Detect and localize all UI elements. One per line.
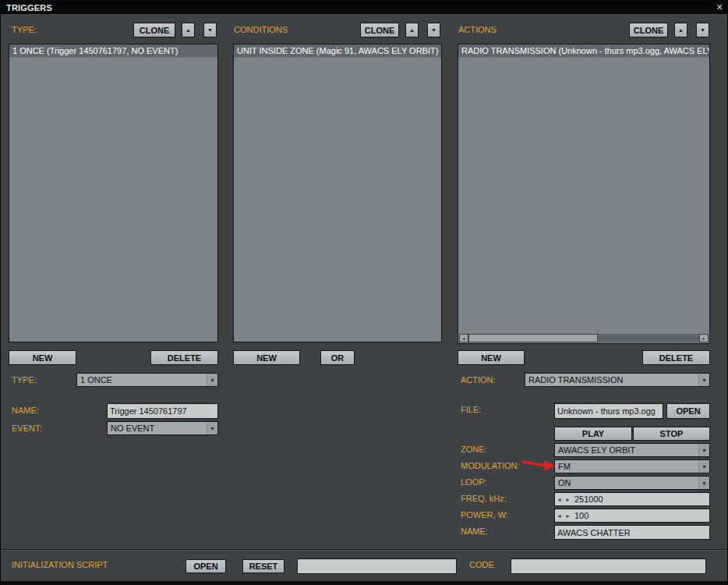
- triggers-dialog: TRIGGERS ✕ TYPE: CLONE ▲ ▼ 1 ONCE (Trigg…: [0, 0, 728, 585]
- chevron-down-icon: ▼: [698, 444, 709, 456]
- freq-spinner[interactable]: ◂ ▸ 251000: [554, 492, 710, 506]
- modulation-field-label: MODULATION:: [461, 461, 520, 471]
- decrement-icon[interactable]: ◂: [555, 509, 564, 522]
- actions-panel-header: ACTIONS: [458, 25, 497, 35]
- conditions-new-button[interactable]: NEW: [233, 350, 300, 365]
- chevron-down-icon: ▼: [207, 374, 217, 386]
- chevron-down-icon: ▼: [207, 422, 217, 434]
- action-dropdown[interactable]: RADIO TRANSMISSION ▼: [525, 373, 710, 387]
- file-input[interactable]: [554, 403, 663, 419]
- action-field-label: ACTION:: [461, 375, 496, 385]
- actions-clone-button[interactable]: CLONE: [629, 23, 668, 37]
- type-new-button[interactable]: NEW: [9, 350, 76, 365]
- conditions-list: UNIT INSIDE ZONE (Magic 91, AWACS ELY OR…: [233, 44, 442, 342]
- init-script-open-button[interactable]: OPEN: [186, 559, 226, 573]
- close-icon[interactable]: ✕: [716, 2, 723, 12]
- action-dropdown-value: RADIO TRANSMISSION: [528, 375, 623, 385]
- action-name-field-label: NAME:: [461, 526, 488, 537]
- freq-value: 251000: [572, 495, 603, 504]
- modulation-dropdown-value: FM: [558, 462, 571, 471]
- loop-dropdown[interactable]: ON ▼: [554, 476, 710, 490]
- name-field-label: NAME:: [12, 406, 39, 416]
- event-field-label: EVENT:: [12, 424, 42, 434]
- init-script-input[interactable]: [297, 558, 457, 574]
- actions-list-item[interactable]: RADIO TRANSMISSION (Unknown - thurs mp3.…: [458, 44, 709, 58]
- titlebar: TRIGGERS ✕: [1, 1, 728, 14]
- scrollbar-track[interactable]: [468, 334, 699, 342]
- chevron-down-icon: ▼: [698, 460, 709, 473]
- conditions-move-up-icon[interactable]: ▲: [405, 23, 419, 37]
- scroll-left-icon[interactable]: ◂: [459, 334, 468, 342]
- conditions-or-button[interactable]: OR: [320, 350, 355, 365]
- zone-dropdown[interactable]: AWACS ELY ORBIT ▼: [554, 443, 710, 457]
- bottom-edge: [1, 581, 728, 585]
- type-list-item[interactable]: 1 ONCE (Trigger 1450761797, NO EVENT): [9, 44, 217, 58]
- code-input[interactable]: [511, 558, 706, 574]
- actions-list: RADIO TRANSMISSION (Unknown - thurs mp3.…: [458, 44, 710, 344]
- code-label: CODE: [469, 560, 494, 570]
- init-script-reset-button[interactable]: RESET: [242, 559, 284, 573]
- actions-move-up-icon[interactable]: ▲: [674, 23, 687, 37]
- file-field-label: FILE:: [461, 405, 481, 415]
- red-arrow-annotation: [521, 459, 556, 472]
- scrollbar-thumb[interactable]: [468, 334, 598, 342]
- type-move-down-icon[interactable]: ▼: [203, 23, 217, 37]
- event-dropdown-value: NO EVENT: [111, 424, 154, 433]
- type-field-label: TYPE:: [12, 375, 37, 385]
- conditions-list-item[interactable]: UNIT INSIDE ZONE (Magic 91, AWACS ELY OR…: [234, 44, 441, 58]
- scroll-right-icon[interactable]: ▸: [699, 334, 709, 342]
- loop-field-label: LOOP:: [461, 477, 487, 488]
- action-name-input[interactable]: [554, 525, 710, 540]
- type-move-up-icon[interactable]: ▲: [182, 23, 195, 37]
- zone-field-label: ZONE:: [461, 445, 487, 455]
- init-script-label: INITIALIZATION SCRIPT: [12, 560, 108, 570]
- actions-list-scrollbar[interactable]: ◂ ▸: [459, 334, 709, 342]
- actions-move-down-icon[interactable]: ▼: [696, 23, 709, 37]
- increment-icon[interactable]: ▸: [564, 493, 572, 505]
- play-button[interactable]: PLAY: [554, 427, 632, 441]
- loop-dropdown-value: ON: [558, 478, 571, 488]
- stop-button[interactable]: STOP: [633, 427, 710, 441]
- power-value: 100: [572, 511, 588, 520]
- conditions-panel-header: CONDITIONS: [234, 25, 288, 35]
- actions-new-button[interactable]: NEW: [458, 350, 525, 365]
- actions-delete-button[interactable]: DELETE: [642, 350, 710, 365]
- power-field-label: POWER, W:: [461, 510, 508, 520]
- modulation-dropdown[interactable]: FM ▼: [554, 459, 710, 473]
- event-dropdown[interactable]: NO EVENT ▼: [107, 421, 218, 435]
- type-dropdown[interactable]: 1 ONCE ▼: [76, 373, 218, 387]
- file-open-button[interactable]: OPEN: [666, 403, 710, 419]
- decrement-icon[interactable]: ◂: [555, 493, 564, 505]
- footer-divider: [1, 549, 728, 551]
- type-clone-button[interactable]: CLONE: [133, 23, 175, 37]
- trigger-name-input[interactable]: [107, 403, 218, 419]
- conditions-move-down-icon[interactable]: ▼: [427, 23, 440, 37]
- window-title: TRIGGERS: [6, 3, 52, 12]
- increment-icon[interactable]: ▸: [564, 509, 572, 522]
- chevron-down-icon: ▼: [698, 477, 709, 489]
- conditions-clone-button[interactable]: CLONE: [360, 23, 399, 37]
- chevron-down-icon: ▼: [698, 374, 709, 386]
- power-spinner[interactable]: ◂ ▸ 100: [554, 509, 710, 523]
- type-delete-button[interactable]: DELETE: [150, 350, 218, 365]
- type-list: 1 ONCE (Trigger 1450761797, NO EVENT): [9, 44, 218, 342]
- type-panel-header: TYPE:: [12, 25, 37, 35]
- freq-field-label: FREQ, kHz:: [461, 494, 507, 504]
- type-dropdown-value: 1 ONCE: [80, 375, 112, 385]
- zone-dropdown-value: AWACS ELY ORBIT: [558, 445, 635, 455]
